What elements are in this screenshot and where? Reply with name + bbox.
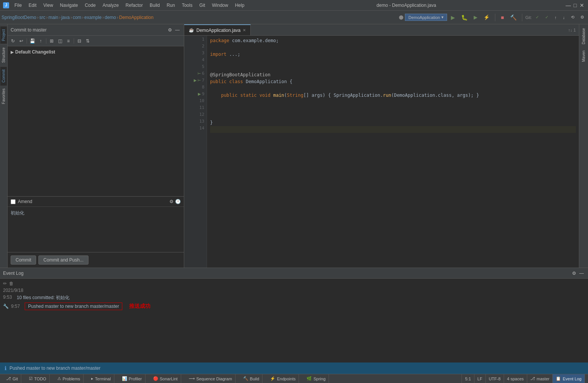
menu-build[interactable]: Build bbox=[147, 2, 163, 9]
amend-clock-icon[interactable]: 🕐 bbox=[175, 199, 181, 204]
menu-bar[interactable]: File Edit View Navigate Code Analyze Ref… bbox=[11, 2, 247, 9]
breadcrumb-main[interactable]: main bbox=[48, 15, 58, 20]
diff-button[interactable]: ◫ bbox=[56, 37, 64, 45]
git-check-button[interactable]: ✓ bbox=[533, 14, 541, 20]
run-button[interactable]: ▶ bbox=[449, 14, 457, 21]
close-button[interactable]: ✕ bbox=[579, 2, 585, 8]
status-profiler-tab[interactable]: 📊 Profiler bbox=[119, 374, 145, 383]
save-button[interactable]: 💾 bbox=[28, 37, 36, 45]
status-git-tab[interactable]: ⎇ Git bbox=[3, 374, 21, 383]
branch-icon: ⎇ bbox=[530, 376, 535, 381]
file-tree: ▶ Default Changelist bbox=[8, 46, 184, 196]
git-check2-button[interactable]: ✓ bbox=[543, 14, 551, 20]
menu-window[interactable]: Window bbox=[209, 2, 231, 9]
menu-refactor[interactable]: Refactor bbox=[123, 2, 146, 9]
menu-edit[interactable]: Edit bbox=[25, 2, 40, 9]
indent-label: 4 spaces bbox=[507, 377, 524, 381]
event-log-settings-button[interactable]: ⚙ bbox=[571, 270, 577, 277]
breadcrumb-src[interactable]: src bbox=[39, 15, 45, 20]
window-controls[interactable]: — □ ✕ bbox=[565, 2, 585, 8]
run-gutter-9[interactable]: ▶ bbox=[198, 92, 201, 96]
menu-view[interactable]: View bbox=[40, 2, 56, 9]
git-pull-button[interactable]: ↓ bbox=[561, 14, 567, 20]
git-history-button[interactable]: ⟲ bbox=[569, 14, 577, 20]
group-button[interactable]: ⊟ bbox=[76, 37, 83, 45]
status-encoding[interactable]: UTF-8 bbox=[485, 374, 504, 383]
refresh-button[interactable]: ↻ bbox=[9, 37, 17, 45]
status-build-tab[interactable]: 🔨 Build bbox=[240, 374, 262, 383]
menu-help[interactable]: Help bbox=[232, 2, 248, 9]
status-event-log[interactable]: 📋 Event Log bbox=[552, 374, 585, 383]
build-button[interactable]: 🔨 bbox=[508, 14, 519, 21]
amend-checkbox[interactable] bbox=[11, 199, 16, 204]
status-indent[interactable]: 4 spaces bbox=[504, 374, 527, 383]
changelist-header[interactable]: ▶ Default Changelist bbox=[8, 48, 184, 56]
status-branch[interactable]: ⎇ master bbox=[527, 374, 553, 383]
wrench-icon[interactable]: 🔧 bbox=[3, 304, 9, 309]
breadcrumb-java[interactable]: java bbox=[61, 15, 70, 20]
panel-settings-button[interactable]: ⚙ bbox=[166, 27, 173, 33]
sort-button[interactable]: ⇅ bbox=[84, 37, 92, 45]
debug-button[interactable]: 🐛 bbox=[459, 14, 470, 21]
status-sequence-tab[interactable]: ⟶ Sequence Diagram bbox=[186, 374, 236, 383]
run-gutter-7[interactable]: ▶ bbox=[194, 78, 197, 82]
status-sonarlint-tab[interactable]: 🔴 SonarLint bbox=[150, 374, 181, 383]
code-line-2 bbox=[210, 44, 576, 51]
minimize-button[interactable]: — bbox=[565, 2, 571, 8]
editor-tab-demo-application[interactable]: ☕ DemoApplication.java ✕ bbox=[184, 24, 251, 35]
status-line-sep[interactable]: LF bbox=[474, 374, 485, 383]
breadcrumb-project[interactable]: SpringBootDemo bbox=[2, 15, 36, 20]
menu-tools[interactable]: Tools bbox=[179, 2, 196, 9]
maximize-button[interactable]: □ bbox=[572, 2, 578, 8]
panel-minimize-button[interactable]: — bbox=[174, 27, 181, 33]
menu-git[interactable]: Git bbox=[196, 2, 208, 9]
commit-and-push-button[interactable]: Commit and Push... bbox=[38, 255, 88, 265]
sidebar-tab-project[interactable]: Project bbox=[0, 26, 7, 44]
commit-panel: Commit to master ⚙ — ↻ ↩ 💾 ↑ ⊞ ◫ ≡ ⊟ ⇅ ▶ bbox=[8, 24, 184, 268]
right-sidebar-maven[interactable]: Maven bbox=[582, 48, 586, 64]
commit-button[interactable]: Commit bbox=[11, 255, 36, 265]
sidebar-tab-structure[interactable]: Structure bbox=[0, 44, 7, 66]
status-terminal-tab[interactable]: ▸ Terminal bbox=[88, 374, 114, 383]
menu-run[interactable]: Run bbox=[164, 2, 178, 9]
sidebar-tab-favorites[interactable]: Favorites bbox=[0, 85, 7, 107]
breadcrumb-example[interactable]: example bbox=[84, 15, 101, 20]
code-area[interactable]: package com.example.demo; import ...; @S… bbox=[207, 36, 579, 268]
menu-analyze[interactable]: Analyze bbox=[100, 2, 122, 9]
toolbar-separator-2 bbox=[522, 14, 522, 21]
status-problems-tab[interactable]: ⚠ Problems bbox=[54, 374, 84, 383]
breadcrumb-file[interactable]: DemoApplication bbox=[119, 15, 153, 20]
sidebar-tab-commit[interactable]: Commit bbox=[0, 66, 7, 85]
git-settings-button[interactable]: ⚙ bbox=[578, 14, 586, 20]
profile-button[interactable]: ⚡ bbox=[481, 14, 492, 21]
status-endpoints-tab[interactable]: ⚡ Endpoints bbox=[267, 374, 299, 383]
tab-close-button[interactable]: ✕ bbox=[243, 28, 246, 32]
commit-message-area[interactable]: 初始化 bbox=[8, 206, 184, 252]
menu-code[interactable]: Code bbox=[82, 2, 99, 9]
breadcrumb-demo[interactable]: demo bbox=[104, 15, 116, 20]
right-sidebar-database[interactable]: Database bbox=[582, 26, 586, 47]
git-push-button[interactable]: ↑ bbox=[552, 14, 559, 20]
gutter-line-2: 2 bbox=[184, 43, 207, 49]
run-config-dropdown[interactable]: DemoApplication ▾ bbox=[405, 14, 447, 21]
event-log-edit-icon[interactable]: ✏ bbox=[3, 281, 7, 286]
event-log-minimize-button[interactable]: — bbox=[578, 270, 585, 277]
upload-button[interactable]: ↑ bbox=[37, 37, 44, 45]
gutter-area: 1 2 3 4 5 ⊢6 ▶⊢7 8 ▶9 10 11 12 13 14 bbox=[184, 36, 207, 268]
filter-button[interactable]: ≡ bbox=[65, 37, 72, 45]
undo-button[interactable]: ↩ bbox=[17, 37, 25, 45]
window-title: demo - DemoApplication.java bbox=[376, 3, 436, 8]
coverage-button[interactable]: ▶ bbox=[471, 14, 480, 21]
event-log-delete-icon[interactable]: 🗑 bbox=[9, 281, 14, 286]
expand-all-button[interactable]: ⊞ bbox=[48, 37, 55, 45]
amend-settings-icon[interactable]: ⚙ bbox=[169, 199, 174, 204]
status-spring-tab[interactable]: 🌿 Spring bbox=[303, 374, 329, 383]
menu-file[interactable]: File bbox=[11, 2, 25, 9]
notification-bar: ℹ Pushed master to new branch master/mas… bbox=[0, 363, 588, 374]
stop-button[interactable]: ■ bbox=[498, 14, 506, 21]
terminal-tab-label: Terminal bbox=[95, 377, 111, 381]
breadcrumb-com[interactable]: com bbox=[73, 15, 81, 20]
status-todo-tab[interactable]: ☑ TODO bbox=[26, 374, 50, 383]
menu-navigate[interactable]: Navigate bbox=[57, 2, 81, 9]
status-position[interactable]: 5:1 bbox=[462, 374, 474, 383]
